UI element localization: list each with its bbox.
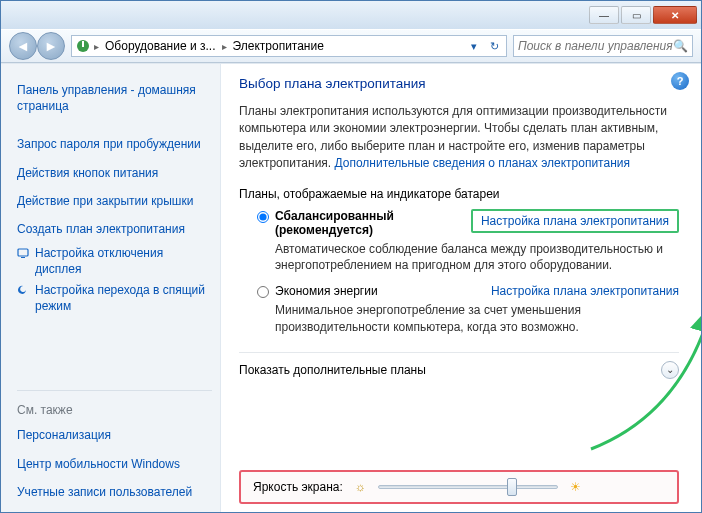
sidebar-user-accounts[interactable]: Учетные записи пользователей (17, 480, 212, 504)
plan-powersaver-desc: Минимальное энергопотребление за счет ум… (275, 302, 679, 336)
plan-powersaver-name: Экономия энергии (275, 284, 378, 298)
forward-button[interactable]: ► (37, 32, 65, 60)
sidebar-link-buttons[interactable]: Действия кнопок питания (17, 161, 212, 185)
more-plans-label: Показать дополнительные планы (239, 363, 426, 377)
svg-rect-2 (18, 249, 28, 256)
help-button[interactable]: ? (671, 72, 689, 90)
refresh-button[interactable]: ↻ (484, 36, 504, 56)
chevron-right-icon: ▸ (92, 41, 101, 52)
see-also-caption: См. также (17, 401, 212, 419)
display-icon (17, 247, 29, 259)
page-title: Выбор плана электропитания (239, 76, 679, 91)
sidebar-personalization[interactable]: Персонализация (17, 423, 212, 447)
plan-balanced-name: Сбалансированный (рекомендуется) (275, 209, 461, 237)
brightness-label: Яркость экрана: (253, 480, 343, 494)
intro-link[interactable]: Дополнительные сведения о планах электро… (335, 156, 630, 170)
plan-balanced-settings-link[interactable]: Настройка плана электропитания (471, 209, 679, 233)
expand-button[interactable]: ⌄ (661, 361, 679, 379)
content: Панель управления - домашняя страница За… (1, 63, 701, 512)
maximize-button[interactable]: ▭ (621, 6, 651, 24)
battery-plans-label: Планы, отображаемые на индикаторе батаре… (239, 187, 679, 201)
plan-powersaver: Экономия энергии Настройка плана электро… (239, 284, 679, 336)
brightness-bar: Яркость экрана: ☼ ☀ (239, 470, 679, 504)
search-input[interactable] (518, 39, 673, 53)
brightness-slider[interactable] (378, 478, 558, 496)
plan-powersaver-option[interactable]: Экономия энергии (257, 284, 378, 298)
sidebar-link-sleep[interactable]: Настройка перехода в спящий режим (35, 282, 212, 314)
sidebar-mobility-center[interactable]: Центр мобильности Windows (17, 452, 212, 476)
dropdown-button[interactable]: ▾ (464, 36, 484, 56)
brightness-low-icon: ☼ (355, 480, 366, 494)
sidebar: Панель управления - домашняя страница За… (1, 64, 221, 512)
separator (17, 390, 212, 391)
brightness-high-icon: ☀ (570, 480, 581, 494)
titlebar: — ▭ ✕ (1, 1, 701, 29)
sidebar-home[interactable]: Панель управления - домашняя страница (17, 78, 212, 118)
search-box[interactable]: 🔍 (513, 35, 693, 57)
search-icon: 🔍 (673, 39, 688, 53)
chevron-right-icon: ▸ (220, 41, 229, 52)
plan-powersaver-radio[interactable] (257, 286, 269, 298)
slider-track (378, 485, 558, 489)
sidebar-link-lid[interactable]: Действие при закрытии крышки (17, 189, 212, 213)
nav-buttons: ◄ ► (9, 32, 65, 60)
address-bar[interactable]: ▸ Оборудование и з... ▸ Электропитание ▾… (71, 35, 507, 57)
sidebar-link-create-plan[interactable]: Создать план электропитания (17, 217, 212, 241)
breadcrumb-hardware[interactable]: Оборудование и з... (101, 39, 220, 53)
main-panel: ? Выбор плана электропитания Планы элект… (221, 64, 701, 512)
control-panel-icon (74, 37, 92, 55)
plan-balanced-radio[interactable] (257, 211, 269, 223)
plan-balanced: Сбалансированный (рекомендуется) Настрой… (239, 209, 679, 275)
plan-balanced-desc: Автоматическое соблюдение баланса между … (275, 241, 679, 275)
svg-rect-3 (21, 257, 25, 258)
slider-thumb[interactable] (507, 478, 517, 496)
plan-powersaver-settings-link[interactable]: Настройка плана электропитания (491, 284, 679, 298)
back-button[interactable]: ◄ (9, 32, 37, 60)
svg-rect-1 (82, 41, 84, 47)
toolbar: ◄ ► ▸ Оборудование и з... ▸ Электропитан… (1, 29, 701, 63)
breadcrumb-power[interactable]: Электропитание (229, 39, 328, 53)
more-plans-row: Показать дополнительные планы ⌄ (239, 352, 679, 385)
minimize-button[interactable]: — (589, 6, 619, 24)
chevron-down-icon: ⌄ (666, 364, 674, 375)
intro-text: Планы электропитания используются для оп… (239, 103, 679, 173)
sleep-icon (17, 284, 29, 296)
window: — ▭ ✕ ◄ ► ▸ Оборудование и з... ▸ Электр… (0, 0, 702, 513)
close-button[interactable]: ✕ (653, 6, 697, 24)
sidebar-link-display-off[interactable]: Настройка отключения дисплея (35, 245, 212, 277)
plan-balanced-option[interactable]: Сбалансированный (рекомендуется) (257, 209, 461, 237)
sidebar-link-password[interactable]: Запрос пароля при пробуждении (17, 132, 212, 156)
